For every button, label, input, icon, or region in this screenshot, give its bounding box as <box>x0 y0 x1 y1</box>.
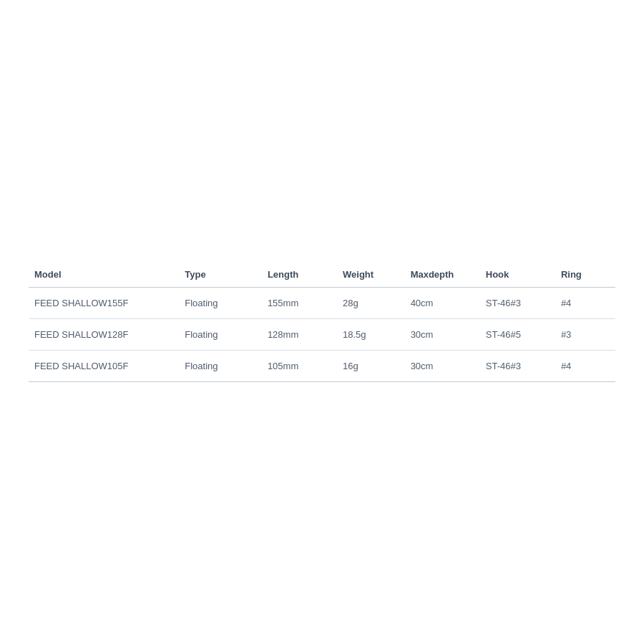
cell-ring-2: #4 <box>555 351 615 382</box>
cell-weight-2: 16g <box>337 351 405 382</box>
header-hook: Hook <box>480 262 555 288</box>
cell-maxdepth-0: 40cm <box>405 288 480 319</box>
cell-weight-0: 28g <box>337 288 405 319</box>
cell-length-2: 105mm <box>262 351 337 382</box>
header-model: Model <box>29 262 179 288</box>
cell-hook-2: ST-46#3 <box>480 351 555 382</box>
table-row: FEED SHALLOW128FFloating128mm18.5g30cmST… <box>29 319 615 351</box>
header-weight: Weight <box>337 262 405 288</box>
cell-hook-0: ST-46#3 <box>480 288 555 319</box>
header-maxdepth: Maxdepth <box>405 262 480 288</box>
header-ring: Ring <box>555 262 615 288</box>
cell-ring-1: #3 <box>555 319 615 351</box>
table-wrapper: Model Type Length Weight Maxdepth Hook R… <box>29 262 615 382</box>
cell-length-0: 155mm <box>262 288 337 319</box>
cell-weight-1: 18.5g <box>337 319 405 351</box>
cell-ring-0: #4 <box>555 288 615 319</box>
cell-maxdepth-1: 30cm <box>405 319 480 351</box>
table-row: FEED SHALLOW155FFloating155mm28g40cmST-4… <box>29 288 615 319</box>
cell-maxdepth-2: 30cm <box>405 351 480 382</box>
table-row: FEED SHALLOW105FFloating105mm16g30cmST-4… <box>29 351 615 382</box>
cell-type-0: Floating <box>179 288 262 319</box>
cell-model-2: FEED SHALLOW105F <box>29 351 179 382</box>
table-header-row: Model Type Length Weight Maxdepth Hook R… <box>29 262 615 288</box>
header-type: Type <box>179 262 262 288</box>
cell-length-1: 128mm <box>262 319 337 351</box>
page-container: Model Type Length Weight Maxdepth Hook R… <box>0 0 644 644</box>
cell-type-2: Floating <box>179 351 262 382</box>
cell-type-1: Floating <box>179 319 262 351</box>
cell-model-0: FEED SHALLOW155F <box>29 288 179 319</box>
header-length: Length <box>262 262 337 288</box>
specs-table: Model Type Length Weight Maxdepth Hook R… <box>29 262 615 382</box>
cell-hook-1: ST-46#5 <box>480 319 555 351</box>
cell-model-1: FEED SHALLOW128F <box>29 319 179 351</box>
